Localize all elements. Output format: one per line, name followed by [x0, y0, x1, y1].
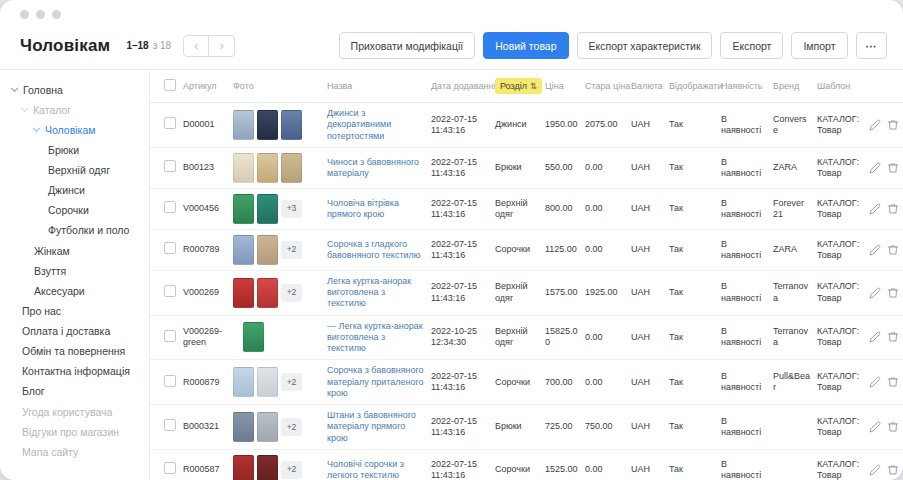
delete-icon[interactable] [887, 464, 899, 476]
old-price-cell: 750.00 [582, 405, 628, 450]
product-photo [257, 235, 278, 265]
edit-icon[interactable] [869, 162, 881, 174]
product-name-link[interactable]: — Легка куртка-анорак виготовлена з текс… [327, 321, 423, 354]
column-header-select[interactable] [150, 70, 180, 103]
sidebar-item[interactable]: Брюки [0, 140, 149, 160]
new-product-button[interactable]: Новий товар [483, 32, 568, 59]
date-cell: 2022-07-15 11:43:16 [428, 229, 492, 270]
row-checkbox[interactable] [164, 201, 176, 213]
delete-icon[interactable] [887, 421, 899, 433]
sidebar-item[interactable]: Взуття [0, 261, 149, 281]
sidebar-item[interactable]: Каталог [0, 100, 149, 120]
pagination-next-button[interactable]: › [209, 35, 235, 57]
edit-icon[interactable] [869, 376, 881, 388]
sidebar-item[interactable]: Футболки и поло [0, 221, 149, 241]
sidebar-item[interactable]: Про нас [0, 301, 149, 321]
product-name-link[interactable]: Джинси з декоративними потертостями [327, 108, 391, 141]
column-header-price[interactable]: Ціна [542, 70, 582, 103]
edit-icon[interactable] [869, 464, 881, 476]
more-button[interactable]: ⋯ [856, 32, 888, 59]
sidebar-item[interactable]: Контактна інформація [0, 362, 149, 382]
page-title: Чоловікам [20, 36, 110, 56]
section-cell: Брюки [492, 405, 542, 450]
product-name-link[interactable]: Чоловічі сорочки з легкого текстилю [327, 459, 404, 480]
currency-cell: UAH [628, 270, 666, 315]
sorted-column-highlight[interactable]: Розділ⇅ [495, 78, 542, 94]
column-header-old[interactable]: Стара ціна [582, 70, 628, 103]
row-checkbox[interactable] [164, 330, 176, 342]
edit-icon[interactable] [869, 119, 881, 131]
column-header-article[interactable]: Артикул [180, 70, 230, 103]
date-cell: 2022-07-15 11:43:16 [428, 360, 492, 405]
product-photo [257, 194, 278, 224]
delete-icon[interactable] [887, 287, 899, 299]
column-header-section[interactable]: Розділ⇅ [492, 70, 542, 103]
product-name-link[interactable]: Легка куртка-анорак виготовлена з тексти… [327, 276, 411, 309]
row-actions [869, 119, 900, 131]
sort-icon[interactable]: ⇅ [530, 81, 537, 91]
hide-modifications-button[interactable]: Приховати модифікації [339, 32, 476, 59]
column-header-name[interactable]: Назва [324, 70, 428, 103]
sidebar-item[interactable]: Мапа сайту [0, 442, 149, 462]
edit-icon[interactable] [869, 331, 881, 343]
product-photo [233, 455, 254, 480]
column-header-cur[interactable]: Валюта [628, 70, 666, 103]
edit-icon[interactable] [869, 244, 881, 256]
product-name-link[interactable]: Штани з бавовняного матеріалу прямого кр… [327, 410, 416, 443]
select-all-checkbox[interactable] [164, 79, 176, 91]
row-checkbox[interactable] [164, 462, 176, 474]
delete-icon[interactable] [887, 331, 899, 343]
sidebar-item[interactable]: Чоловікам [0, 120, 149, 140]
stock-cell: В наявності [718, 103, 770, 148]
row-checkbox[interactable] [164, 242, 176, 254]
photo-thumbnails: +3 [233, 194, 321, 224]
toolbar: Приховати модифікаціїНовий товарЕкспорт … [339, 32, 887, 59]
edit-icon[interactable] [869, 203, 881, 215]
column-header-brand[interactable]: Бренд [770, 70, 814, 103]
sidebar-item[interactable]: Оплата і доставка [0, 322, 149, 342]
sidebar-item[interactable]: Жінкам [0, 241, 149, 261]
row-checkbox[interactable] [164, 160, 176, 172]
column-header-stock[interactable]: Наявність [718, 70, 770, 103]
sidebar-item[interactable]: Відгуки про магазин [0, 422, 149, 442]
sidebar-item-label: Каталог [33, 104, 71, 117]
sidebar-item[interactable]: Верхній одяг [0, 161, 149, 181]
sidebar-item[interactable]: Аксесуари [0, 281, 149, 301]
sidebar-item[interactable]: Угода користувача [0, 402, 149, 422]
sidebar-item[interactable]: Головна [0, 80, 149, 100]
delete-icon[interactable] [887, 376, 899, 388]
product-name-link[interactable]: Сорочка з бавовняного матеріалу притален… [327, 365, 424, 398]
delete-icon[interactable] [887, 162, 899, 174]
table-body: D00001Джинси з декоративними потертостям… [150, 103, 903, 480]
product-name-link[interactable]: Сорочка з гладкого бавовняного текстилю [327, 239, 421, 260]
export-button[interactable]: Експорт [720, 32, 783, 59]
sidebar-item[interactable]: Джинси [0, 181, 149, 201]
column-header-date[interactable]: Дата додавання [428, 70, 492, 103]
row-checkbox[interactable] [164, 285, 176, 297]
article-cell: B00123 [180, 147, 230, 188]
sidebar-item[interactable]: Блог [0, 382, 149, 402]
column-header-photo[interactable]: Фото [230, 70, 324, 103]
edit-icon[interactable] [869, 287, 881, 299]
window-control-dot[interactable] [36, 10, 45, 19]
old-price-cell: 1925.00 [582, 270, 628, 315]
window-control-dot[interactable] [52, 10, 61, 19]
row-checkbox[interactable] [164, 117, 176, 129]
export-characteristics-button[interactable]: Експорт характеристик [577, 32, 713, 59]
row-checkbox[interactable] [164, 375, 176, 387]
product-name-link[interactable]: Чиноси з бавовняного матеріалу [327, 157, 419, 178]
window-control-dot[interactable] [20, 10, 29, 19]
article-cell: R000789 [180, 229, 230, 270]
product-name-link[interactable]: Чоловіча вітрівка прямого крою [327, 198, 399, 219]
pagination-prev-button[interactable]: ‹ [183, 35, 209, 57]
delete-icon[interactable] [887, 119, 899, 131]
row-checkbox[interactable] [164, 419, 176, 431]
column-header-tpl[interactable]: Шаблон [814, 70, 866, 103]
delete-icon[interactable] [887, 244, 899, 256]
sidebar-item[interactable]: Обмін та повернення [0, 342, 149, 362]
sidebar-item[interactable]: Сорочки [0, 201, 149, 221]
edit-icon[interactable] [869, 421, 881, 433]
column-header-vis[interactable]: Відображати [666, 70, 718, 103]
delete-icon[interactable] [887, 203, 899, 215]
import-button[interactable]: Імпорт [791, 32, 847, 59]
